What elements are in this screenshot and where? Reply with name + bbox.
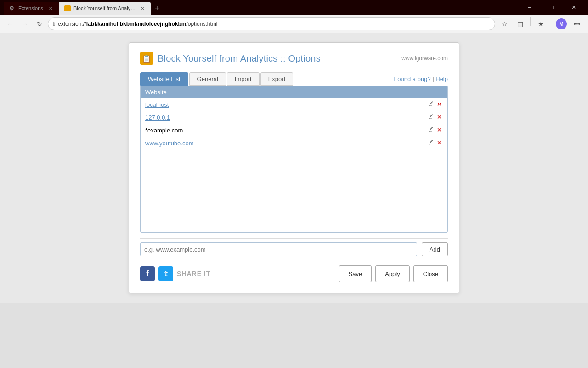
website-link[interactable]: www.youtube.com <box>145 140 194 147</box>
website-link[interactable]: 127.0.0.1 <box>145 114 170 121</box>
card-footer: f 𝕥 SHARE IT Save Apply Close <box>140 265 448 282</box>
favorites-star-button[interactable]: ☆ <box>497 17 512 31</box>
tab-import[interactable]: Import <box>227 72 260 86</box>
close-window-button[interactable]: ✕ <box>563 0 584 15</box>
help-link[interactable]: Help <box>435 75 448 82</box>
svg-rect-7 <box>430 127 433 130</box>
extensions-tab-close[interactable]: ✕ <box>48 5 53 12</box>
delete-button[interactable]: ✕ <box>436 126 443 134</box>
website-cell: *example.com <box>141 124 424 137</box>
svg-rect-1 <box>430 101 433 104</box>
more-button[interactable]: ••• <box>570 17 584 31</box>
address-bar: ← → ↻ ℹ extension://fabkkamihcflbkbmkmdo… <box>0 15 588 33</box>
add-row: Add <box>140 238 448 260</box>
tab-options[interactable]: Block Yourself from Analytics :: O ✕ <box>59 2 151 15</box>
options-tab-label: Block Yourself from Analytics :: O <box>74 6 137 11</box>
svg-rect-4 <box>430 114 433 117</box>
page-body: 📋 Block Yourself from Analytics :: Optio… <box>0 33 588 303</box>
delete-button[interactable]: ✕ <box>436 114 443 121</box>
address-input-wrap[interactable]: ℹ extension://fabkkamihcflbkbmkmdolceejn… <box>48 17 495 30</box>
save-button[interactable]: Save <box>339 265 372 282</box>
profile-button[interactable]: M <box>554 17 569 31</box>
svg-text:✕: ✕ <box>437 126 442 133</box>
website-table-wrap: Website localhost✕127.0.0.1✕*example.com… <box>140 86 448 233</box>
edit-button[interactable] <box>428 101 435 109</box>
svg-text:✕: ✕ <box>437 114 442 120</box>
tab-extensions[interactable]: ⚙ Extensions ✕ <box>4 2 59 15</box>
website-table: Website localhost✕127.0.0.1✕*example.com… <box>141 86 447 150</box>
tab-strip: ⚙ Extensions ✕ Block Yourself from Analy… <box>4 0 519 15</box>
twitter-button[interactable]: 𝕥 <box>158 266 173 281</box>
website-cell: localhost <box>141 98 424 111</box>
table-row: www.youtube.com✕ <box>141 137 447 150</box>
apply-button[interactable]: Apply <box>375 265 410 282</box>
maximize-button[interactable]: □ <box>541 0 562 15</box>
card-header: 📋 Block Yourself from Analytics :: Optio… <box>140 52 448 65</box>
facebook-icon: f <box>146 269 149 279</box>
extensions-tab-label: Extensions <box>18 6 45 11</box>
options-card: 📋 Block Yourself from Analytics :: Optio… <box>129 42 459 293</box>
help-links: Found a bug? | Help <box>394 75 448 82</box>
table-row: 127.0.0.1✕ <box>141 111 447 124</box>
add-website-input[interactable] <box>140 242 417 256</box>
title-bar: ⚙ Extensions ✕ Block Yourself from Analy… <box>0 0 588 15</box>
window-controls: – □ ✕ <box>519 0 584 15</box>
options-tab-close[interactable]: ✕ <box>140 5 145 12</box>
action-icons: ✕ <box>428 139 443 147</box>
extension-icon: 📋 <box>140 52 153 65</box>
table-row: *example.com✕ <box>141 124 447 137</box>
toolbar-icons: ☆ ▤ ★ M ••• <box>497 17 584 31</box>
table-header-row: Website <box>141 86 447 98</box>
add-button[interactable]: Add <box>422 242 448 256</box>
tab-website-list[interactable]: Website List <box>140 72 188 86</box>
svg-rect-10 <box>430 140 433 143</box>
address-text: extension://fabkkamihcflbkbmkmdolceejngh… <box>58 21 490 27</box>
reading-view-button[interactable]: ▤ <box>513 17 527 31</box>
share-text: SHARE IT <box>177 270 210 277</box>
facebook-button[interactable]: f <box>140 266 155 281</box>
social-share: f 𝕥 SHARE IT <box>140 266 210 281</box>
tab-export[interactable]: Export <box>260 72 294 86</box>
svg-text:✕: ✕ <box>437 139 442 146</box>
delete-button[interactable]: ✕ <box>436 101 443 109</box>
card-title-wrap: 📋 Block Yourself from Analytics :: Optio… <box>140 52 321 65</box>
actions-cell: ✕ <box>424 137 447 150</box>
refresh-button[interactable]: ↻ <box>33 17 46 30</box>
new-tab-button[interactable]: + <box>151 2 164 15</box>
extension-website: www.igorware.com <box>401 55 448 62</box>
actions-column-header <box>424 86 447 98</box>
action-icons: ✕ <box>428 101 443 109</box>
options-tab-icon <box>64 5 71 12</box>
edit-button[interactable] <box>428 114 435 121</box>
svg-text:✕: ✕ <box>437 101 442 107</box>
edit-button[interactable] <box>428 139 435 147</box>
action-icons: ✕ <box>428 114 443 121</box>
table-empty-area <box>141 150 447 232</box>
table-row: localhost✕ <box>141 98 447 111</box>
footer-buttons: Save Apply Close <box>339 265 448 282</box>
toolbar-separator <box>530 17 531 26</box>
table-body: localhost✕127.0.0.1✕*example.com✕www.you… <box>141 98 447 150</box>
options-tabs-row: Website List General Import Export Found… <box>140 72 448 86</box>
extensions-icon: ⚙ <box>9 5 16 12</box>
back-button[interactable]: ← <box>4 17 17 30</box>
favorites-bar-button[interactable]: ★ <box>533 17 548 31</box>
website-cell: 127.0.0.1 <box>141 111 424 124</box>
twitter-icon: 𝕥 <box>164 270 168 277</box>
profile-avatar: M <box>556 18 567 29</box>
found-bug-link[interactable]: Found a bug? <box>394 75 430 82</box>
action-icons: ✕ <box>428 126 443 134</box>
close-button[interactable]: Close <box>413 265 448 282</box>
minimize-button[interactable]: – <box>519 0 540 15</box>
forward-button[interactable]: → <box>18 17 31 30</box>
page-title: Block Yourself from Analytics :: Options <box>158 53 321 64</box>
edit-button[interactable] <box>428 126 435 134</box>
info-icon: ℹ <box>53 21 55 27</box>
help-separator: | <box>432 75 434 82</box>
delete-button[interactable]: ✕ <box>436 139 443 147</box>
actions-cell: ✕ <box>424 124 447 137</box>
tab-general[interactable]: General <box>189 72 226 86</box>
actions-cell: ✕ <box>424 111 447 124</box>
actions-cell: ✕ <box>424 98 447 111</box>
website-link[interactable]: localhost <box>145 101 169 108</box>
